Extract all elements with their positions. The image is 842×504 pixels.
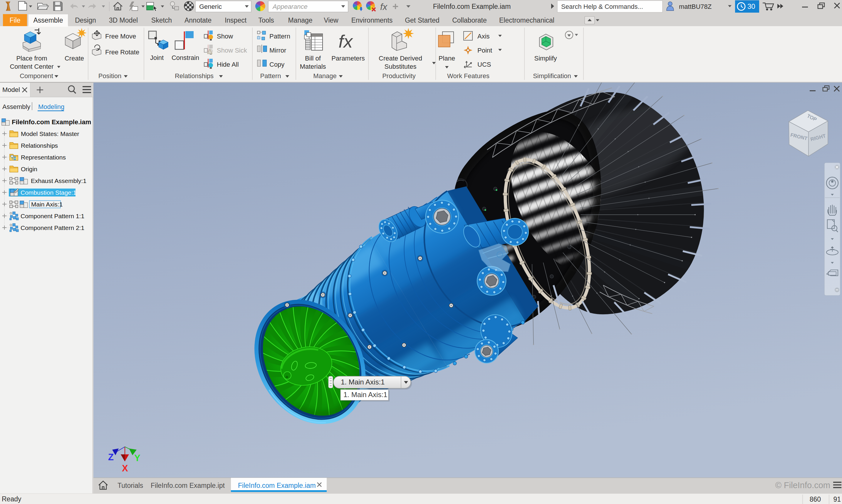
svg-text:Y: Y [134,453,140,463]
svg-text:Parameters: Parameters [332,55,365,62]
svg-text:Tools: Tools [258,16,274,24]
svg-text:Assembly: Assembly [2,103,30,110]
svg-text:Get Started: Get Started [405,16,440,24]
svg-text:UCS: UCS [478,61,491,68]
svg-text:Create: Create [65,55,84,62]
svg-text:Sketch: Sketch [151,16,172,24]
svg-text:3D Model: 3D Model [109,16,138,24]
svg-text:Simplification: Simplification [533,72,571,79]
svg-text:Manage: Manage [313,72,337,79]
svg-text:Content Center: Content Center [10,63,53,70]
svg-text:fx: fx [380,2,388,12]
svg-text:Environments: Environments [352,16,393,24]
svg-text:Assemble: Assemble [34,16,63,24]
svg-text:© FileInfo.com: © FileInfo.com [775,481,830,490]
svg-text:Exhaust Assembly:1: Exhaust Assembly:1 [31,177,86,184]
svg-text:Show Sick: Show Sick [217,47,247,54]
svg-text:Relationships: Relationships [21,142,58,149]
svg-text:fx: fx [338,31,353,51]
svg-text:Annotate: Annotate [184,16,212,24]
svg-text:Component: Component [20,72,53,79]
svg-text:1. Main Axis:1: 1. Main Axis:1 [343,391,387,399]
svg-text:Search Help & Commands...: Search Help & Commands... [561,3,643,10]
svg-text:FileInfo.com Example.iam: FileInfo.com Example.iam [12,119,91,126]
svg-text:1. Main Axis:1: 1. Main Axis:1 [341,378,384,386]
svg-text:Plane: Plane [438,55,455,62]
svg-text:Substitutes: Substitutes [384,63,417,70]
svg-text:Main Axis:1: Main Axis:1 [31,201,62,208]
svg-text:30: 30 [747,2,755,10]
svg-text:FileInfo.com Example.ipt: FileInfo.com Example.ipt [151,482,225,489]
svg-text:Show: Show [217,33,233,40]
svg-text:860: 860 [810,496,821,503]
svg-text:Electromechanical: Electromechanical [499,16,554,24]
svg-text:Joint: Joint [150,54,164,61]
svg-text:Free Rotate: Free Rotate [105,49,139,56]
svg-text:Inspect: Inspect [225,16,247,24]
svg-text:Manage: Manage [288,16,312,24]
svg-text:Model States: Master: Model States: Master [21,130,79,137]
svg-text:Appearance: Appearance [272,3,308,10]
svg-text:Point: Point [478,47,492,54]
svg-text:Generic: Generic [199,3,222,10]
svg-text:Position: Position [98,72,121,79]
svg-text:Collaborate: Collaborate [452,16,487,24]
svg-text:Productivity: Productivity [382,72,416,79]
svg-text:Origin: Origin [21,166,37,173]
svg-text:File: File [10,16,20,24]
svg-text:Relationships: Relationships [175,72,214,79]
svg-text:Axis: Axis [478,33,490,40]
svg-text:Place from: Place from [16,55,47,62]
svg-text:91: 91 [833,496,841,503]
svg-text:Mirror: Mirror [269,47,286,54]
svg-text:Pattern: Pattern [260,72,281,79]
svg-text:Component Pattern 2:1: Component Pattern 2:1 [21,224,84,231]
svg-text:mattBU78Z: mattBU78Z [679,3,712,10]
svg-text:Design: Design [75,16,96,24]
svg-text:Pattern: Pattern [269,33,290,40]
svg-text:X: X [122,463,128,473]
svg-text:Simplify: Simplify [534,55,557,62]
svg-text:Ready: Ready [2,495,21,503]
svg-text:Tutorials: Tutorials [118,482,143,489]
svg-text:Work Features: Work Features [447,72,489,79]
svg-text:Free Move: Free Move [105,33,136,40]
svg-text:FileInfo.com Example.iam: FileInfo.com Example.iam [433,3,511,10]
svg-text:Hide All: Hide All [217,61,239,68]
svg-text:Modeling: Modeling [38,103,64,110]
svg-text:Materials: Materials [300,63,326,70]
svg-text:Model: Model [2,86,20,93]
svg-text:Z: Z [108,452,114,462]
svg-text:Copy: Copy [269,61,284,68]
svg-text:Component Pattern 1:1: Component Pattern 1:1 [21,213,84,219]
svg-text:Combustion Stage:1: Combustion Stage:1 [21,189,76,196]
svg-text:Representations: Representations [21,154,66,161]
svg-text:Create Derived: Create Derived [379,55,422,62]
svg-text:FileInfo.com Example.iam: FileInfo.com Example.iam [238,482,316,489]
svg-text:Constrain: Constrain [172,54,199,61]
svg-text:View: View [324,16,338,24]
svg-text:Bill of: Bill of [305,55,321,62]
